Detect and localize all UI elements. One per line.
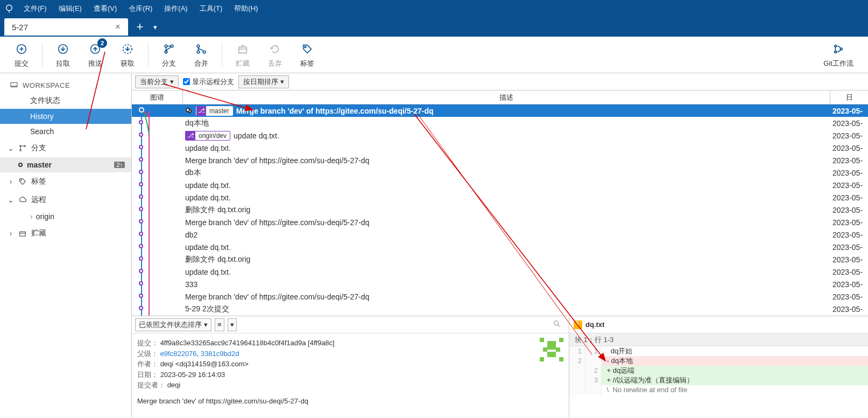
gitflow-button[interactable]: Git工作流 [814, 39, 863, 71]
branch-tag[interactable]: ⎇master [196, 106, 233, 116]
svg-point-9 [197, 51, 200, 53]
commit-date-cell: 2023-05- [830, 156, 868, 165]
sidebar-history[interactable]: History [0, 109, 131, 124]
commit-date-cell: 2023-05- [830, 305, 868, 314]
parent-link-2[interactable]: 3381c9bd2d [201, 350, 239, 358]
fetch-button[interactable]: 获取 [111, 39, 144, 71]
commit-desc: update dq.txt. [234, 131, 279, 140]
commit-row[interactable]: 删除文件 dq.txt.orig2023-05- [132, 204, 868, 216]
merge-button[interactable]: 合并 [185, 39, 217, 71]
commit-row[interactable]: Merge branch 'dev' of https://gitee.com/… [132, 154, 868, 166]
branch-button[interactable]: 分支 [153, 39, 185, 71]
svg-point-18 [20, 150, 22, 151]
tab-dropdown-icon[interactable]: ▾ [150, 19, 160, 34]
commit-row[interactable]: 删除文件 dq.txt.orig2023-05- [132, 253, 868, 266]
pull-button[interactable]: 拉取 [47, 39, 79, 71]
discard-icon [267, 41, 283, 57]
commit-button[interactable]: 提交 [5, 39, 38, 71]
commit-date-cell: 2023-05- [830, 280, 868, 289]
commit-row[interactable]: Merge branch 'dev' of https://gitee.com/… [132, 216, 868, 228]
show-remote-checkbox[interactable]: 显示远程分支 [183, 77, 234, 87]
repo-tab[interactable]: 5-27 × [4, 18, 128, 36]
svg-point-20 [21, 180, 22, 181]
commit-date-cell: 2023-05- [830, 169, 868, 177]
commit-row[interactable]: update dq.txt.2023-05- [132, 241, 868, 253]
commit-row[interactable]: 5-29 2次提交2023-05- [132, 303, 868, 315]
diff-body[interactable]: 11 dq开始2 - dq本地2 + dq远端3 + //以远端为准（直接编辑）… [569, 346, 868, 418]
menu-edit[interactable]: 编辑(E) [57, 3, 84, 15]
sort-select[interactable]: 按日期排序▾ [238, 75, 289, 88]
commit-desc: update dq.txt. [185, 144, 231, 152]
branch-filter-select[interactable]: 当前分支▾ [135, 75, 179, 88]
pull-icon [55, 41, 70, 57]
commit-date-cell: 2023-05- [830, 181, 868, 190]
commit-date-cell: 2023-05- [830, 206, 868, 214]
tabstrip: 5-27 × + ▾ [0, 17, 868, 37]
discard-button[interactable]: 丢弃 [259, 39, 291, 71]
svg-point-10 [203, 51, 206, 53]
new-tab-button[interactable]: + [132, 19, 147, 34]
commit-row[interactable]: Merge branch 'dev' of https://gitee.com/… [132, 290, 868, 303]
commit-desc: update dq.txt. [185, 243, 231, 252]
svg-rect-30 [556, 347, 560, 352]
parent-link-1[interactable]: e9fc822076 [160, 350, 197, 358]
sidebar-branches-section[interactable]: ⌄ 分支 [0, 139, 131, 157]
commit-row[interactable]: db本2023-05- [132, 166, 868, 179]
history-list[interactable]: ⎇masterMerge branch 'dev' of https://git… [132, 104, 868, 316]
tag-button[interactable]: 标签 [291, 39, 323, 71]
sidebar-tags-section[interactable]: › 标签 [0, 172, 131, 191]
stash-button[interactable]: 贮藏 [227, 39, 259, 71]
commit-row[interactable]: update dq.txt.2023-05- [132, 142, 868, 154]
branch-tag[interactable]: ⎇origin/dev [185, 131, 230, 141]
commit-row[interactable]: ⎇masterMerge branch 'dev' of https://git… [132, 104, 868, 117]
workspace-header: WORKSPACE [0, 78, 131, 93]
view-mode-dropdown[interactable]: ▾ [228, 318, 237, 331]
menu-repo[interactable]: 仓库(R) [126, 3, 154, 15]
svg-rect-26 [540, 338, 544, 342]
tag-icon [300, 41, 315, 57]
svg-rect-27 [559, 338, 563, 342]
close-icon[interactable]: × [113, 22, 123, 32]
repo-tab-title: 5-27 [12, 23, 28, 32]
commit-row[interactable]: update dq.txt.2023-05- [132, 179, 868, 191]
commit-row[interactable]: db22023-05- [132, 228, 868, 241]
diff-file-header[interactable]: dq.txt [569, 316, 868, 333]
commit-row[interactable]: 3332023-05- [132, 278, 868, 290]
svg-rect-32 [540, 357, 544, 361]
commit-desc: dq本地 [185, 119, 209, 128]
chevron-down-icon: ⌄ [8, 196, 14, 204]
push-button[interactable]: 2 推送 [79, 39, 111, 71]
sidebar-file-status[interactable]: 文件状态 [0, 93, 131, 109]
svg-rect-11 [239, 47, 247, 53]
commit-desc: db2 [185, 231, 197, 239]
sidebar-branch-master[interactable]: master 2↑ [0, 157, 131, 172]
diff-line: 2 - dq本地 [569, 356, 868, 366]
view-mode-list-button[interactable]: ≡ [215, 318, 224, 331]
menu-action[interactable]: 操作(A) [162, 3, 189, 15]
sidebar-remotes-section[interactable]: ⌄ 远程 [0, 191, 131, 209]
menu-view[interactable]: 查看(V) [91, 3, 119, 15]
commit-row[interactable]: ⎇origin/devupdate dq.txt.2023-05- [132, 129, 868, 142]
commit-author: deqi <dq314159@163.com> [160, 360, 249, 368]
menu-file[interactable]: 文件(F) [22, 3, 49, 15]
search-icon[interactable] [548, 319, 566, 330]
menu-help[interactable]: 帮助(H) [232, 3, 260, 15]
current-branch-dot-icon [18, 163, 23, 167]
commit-date-cell: 2023-05- [830, 144, 868, 152]
commit-desc: Merge branch 'dev' of https://gitee.com/… [236, 107, 434, 115]
commit-desc: 5-29 2次提交 [185, 304, 229, 314]
sidebar-remote-origin[interactable]: ›origin [0, 209, 131, 224]
commit-row[interactable]: dq本地2023-05- [132, 117, 868, 129]
menu-tools[interactable]: 工具(T) [197, 3, 225, 15]
sidebar-stashes-section[interactable]: › 贮藏 [0, 224, 131, 242]
commit-row[interactable]: update dq.txt.2023-05- [132, 191, 868, 204]
file-sort-select[interactable]: 已依照文件状态排序▾ [135, 318, 211, 331]
chevron-down-icon: ⌄ [8, 144, 14, 152]
commit-message: Merge branch 'dev' of https://gitee.com/… [137, 396, 563, 407]
sidebar-search[interactable]: Search [0, 124, 131, 139]
commit-desc: update dq.txt. [185, 268, 231, 276]
menubar: 文件(F) 编辑(E) 查看(V) 仓库(R) 操作(A) 工具(T) 帮助(H… [0, 0, 868, 17]
diff-line: 2 + dq远端 [569, 366, 868, 375]
avatar-icon [540, 338, 563, 361]
commit-row[interactable]: update dq.txt.2023-05- [132, 266, 868, 278]
